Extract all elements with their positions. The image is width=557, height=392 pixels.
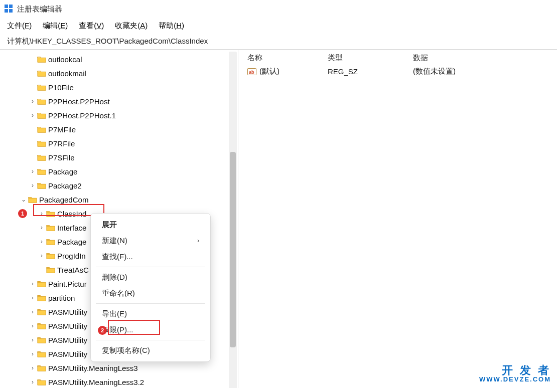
address-bar[interactable]: 计算机\HKEY_CLASSES_ROOT\PackagedCom\ClassI… <box>0 35 557 50</box>
expand-icon[interactable]: › <box>29 336 36 343</box>
menu-favorites[interactable]: 收藏夹(A) <box>115 21 148 31</box>
value-data: (数值未设置) <box>413 67 557 76</box>
tree-item-label: P2PHost.P2PHost <box>48 97 110 106</box>
tree-item-label: P10File <box>48 83 74 92</box>
watermark-line2: WWW.DEVZE.COM <box>479 376 551 383</box>
tree-item[interactable]: P7MFile <box>0 122 238 136</box>
tree-item-label: ClassInd <box>57 210 86 218</box>
folder-icon <box>37 55 46 63</box>
expand-icon[interactable]: › <box>38 210 45 217</box>
menu-help[interactable]: 帮助(H) <box>159 21 184 31</box>
folder-icon <box>37 364 46 372</box>
value-type: REG_SZ <box>328 67 413 76</box>
folder-icon <box>37 125 46 133</box>
tree-item[interactable]: P10File <box>0 80 238 94</box>
tree-item[interactable]: ›P2PHost.P2PHost <box>0 94 238 108</box>
expand-icon[interactable]: › <box>29 168 36 175</box>
context-menu-separator <box>96 340 205 340</box>
tree-item-label: Package2 <box>48 181 82 190</box>
tree-item[interactable]: ›PASMUtility.MeaningLess3.2 <box>0 375 238 388</box>
expand-icon[interactable]: › <box>29 378 36 385</box>
svg-rect-3 <box>9 9 13 13</box>
folder-icon <box>37 139 46 147</box>
annotation-badge-2: 2 <box>98 326 107 335</box>
expand-icon[interactable]: › <box>29 322 36 329</box>
context-menu-item[interactable]: 新建(N)› <box>91 233 210 249</box>
tree-item-label: PASMUtility <box>48 322 87 330</box>
expand-icon[interactable]: › <box>29 364 36 371</box>
tree-item[interactable]: P7RFile <box>0 136 238 150</box>
context-menu-item-label: 查找(F)... <box>102 252 133 262</box>
expand-icon[interactable]: › <box>38 224 45 231</box>
tree-item[interactable]: P7SFile <box>0 150 238 164</box>
svg-rect-2 <box>5 9 8 13</box>
tree-item-label: P2PHost.P2PHost.1 <box>48 111 116 120</box>
context-menu-item[interactable]: 导出(E) <box>91 306 210 322</box>
tree-item-label: PASMUtility <box>48 308 87 316</box>
context-menu-item[interactable]: 删除(D) <box>91 269 210 285</box>
tree-item[interactable]: ›Package2 <box>0 178 238 192</box>
folder-icon <box>37 181 46 189</box>
folder-icon <box>37 83 46 91</box>
tree-item[interactable]: outlookmail <box>0 66 238 80</box>
expand-icon[interactable]: › <box>38 252 45 259</box>
context-menu-separator <box>96 303 205 304</box>
tree-item-label: PackagedCom <box>39 195 88 204</box>
tree-item[interactable]: ⌄PackagedCom <box>0 192 238 207</box>
folder-icon <box>37 167 46 175</box>
folder-icon <box>37 350 46 358</box>
context-menu-item-label: 展开 <box>102 220 117 230</box>
context-menu-item[interactable]: 重命名(R) <box>91 285 210 301</box>
menu-edit[interactable]: 编辑(E) <box>43 21 68 31</box>
expand-icon[interactable]: › <box>29 112 36 119</box>
expand-icon[interactable]: › <box>38 238 45 245</box>
tree-item[interactable]: ›P2PHost.P2PHost.1 <box>0 108 238 122</box>
folder-icon <box>37 336 46 344</box>
tree-item-label: Interface <box>57 224 86 232</box>
string-value-icon: ab <box>247 68 256 75</box>
tree-item-label: partition <box>48 294 75 302</box>
folder-icon <box>37 111 46 119</box>
tree-item-label: P7SFile <box>48 153 75 162</box>
context-menu-item[interactable]: 权限(P)... <box>91 322 210 338</box>
expand-icon[interactable]: › <box>29 308 36 315</box>
expand-icon[interactable]: › <box>29 294 36 301</box>
tree-item[interactable]: outlookcal <box>0 52 238 66</box>
menu-file[interactable]: 文件(F) <box>7 21 32 31</box>
context-menu-item[interactable]: 查找(F)... <box>91 249 210 265</box>
context-menu-item-label: 复制项名称(C) <box>102 346 150 355</box>
expand-icon[interactable]: › <box>29 280 36 287</box>
expand-icon[interactable]: › <box>29 182 36 189</box>
folder-icon <box>46 210 55 218</box>
value-row[interactable]: ab (默认) REG_SZ (数值未设置) <box>238 66 557 77</box>
folder-icon <box>37 69 46 77</box>
column-type[interactable]: 类型 <box>328 53 413 63</box>
tree-scrollbar[interactable] <box>229 52 237 388</box>
column-data[interactable]: 数据 <box>413 53 557 63</box>
svg-text:ab: ab <box>249 70 254 75</box>
tree-item-label: PASMUtility <box>48 336 87 344</box>
expand-icon[interactable]: › <box>29 350 36 357</box>
tree-item[interactable]: ›PASMUtility.MeaningLess3 <box>0 361 238 375</box>
tree-item-label: PASMUtility <box>48 350 87 358</box>
expand-icon[interactable]: › <box>29 98 36 105</box>
menu-view[interactable]: 查看(V) <box>79 21 104 31</box>
context-menu: 展开新建(N)›查找(F)...删除(D)重命名(R)导出(E)权限(P)...… <box>90 213 211 362</box>
annotation-badge-1: 1 <box>18 209 27 218</box>
watermark-line1: 开 发 者 <box>479 364 551 376</box>
tree-item-label: P7RFile <box>48 139 75 148</box>
collapse-icon[interactable]: ⌄ <box>20 196 27 203</box>
value-name: (默认) <box>259 67 328 76</box>
svg-rect-0 <box>5 5 8 8</box>
folder-icon <box>46 266 55 274</box>
tree-scroll-thumb[interactable] <box>230 152 236 347</box>
context-menu-item[interactable]: 展开 <box>91 217 210 233</box>
tree-item[interactable]: ›Package <box>0 164 238 178</box>
folder-icon <box>37 308 46 316</box>
folder-icon <box>37 294 46 302</box>
folder-icon <box>37 153 46 161</box>
context-menu-item-label: 删除(D) <box>102 273 127 282</box>
context-menu-item[interactable]: 复制项名称(C) <box>91 342 210 358</box>
app-icon <box>4 4 13 15</box>
column-name[interactable]: 名称 <box>247 53 328 63</box>
